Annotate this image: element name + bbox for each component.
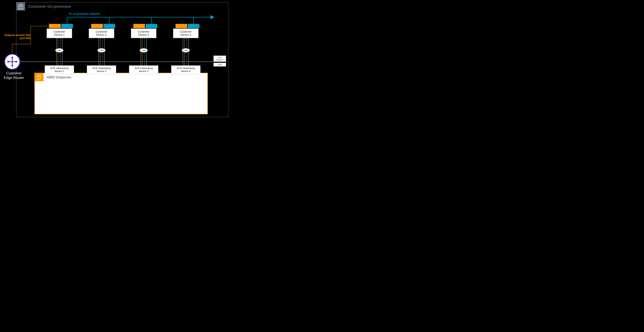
lag-badge-3: LAG (140, 48, 148, 53)
port-orange-1 (49, 24, 61, 28)
ace2-l2: device 2 (87, 70, 116, 73)
aws-text: AWS (218, 63, 222, 66)
ace2-l1: ACE networking (87, 67, 116, 70)
port-orange-2 (91, 24, 103, 28)
customer-device-2: Customer Device 2 (89, 28, 114, 38)
cd2-l2: Device 2 (89, 33, 114, 36)
port-orange-4 (176, 24, 187, 28)
router-label: Customer Edge Router (0, 71, 28, 80)
svg-line-29 (36, 79, 39, 80)
port-blue-4 (188, 24, 200, 28)
ace4-l1: ACE networking (171, 67, 200, 70)
outposts-title: AWS Outposts (46, 75, 72, 79)
port-orange-3 (133, 24, 145, 28)
service-link-line1: Outpost service link (4, 34, 30, 37)
port-blue-3 (146, 24, 157, 28)
aws-label: AWS (214, 63, 226, 66)
lag-badge-1: LAG (55, 48, 64, 53)
cd4-l2: Device 4 (173, 33, 198, 36)
customer-device-3: Customer Device 3 (131, 28, 156, 38)
ace1-l2: device 1 (45, 70, 74, 73)
port-blue-1 (61, 24, 73, 28)
svg-rect-0 (19, 5, 23, 9)
ace-device-2: ACE networking device 2 (87, 65, 116, 74)
cd3-l1: Customer (131, 30, 156, 33)
cd1-l1: Customer (47, 30, 72, 33)
lag-badge-2: LAG (97, 48, 106, 53)
router-icon (4, 54, 20, 70)
lag-badge-4: LAG (182, 48, 190, 53)
outposts-container: AWS Outposts (34, 73, 208, 114)
outposts-header: AWS Outposts (35, 73, 207, 81)
onprem-header: Customer On-premises (16, 2, 71, 10)
cd1-l2: Device 1 (47, 33, 72, 36)
customer-device-4: Customer Device 4 (173, 28, 199, 38)
ace-device-3: ACE networking device 3 (129, 65, 158, 74)
customer-device-1: Customer Device 1 (46, 28, 72, 38)
ace3-l2: device 3 (129, 70, 158, 73)
router-label-l1: Customer (6, 71, 22, 75)
svg-rect-28 (38, 75, 40, 79)
cd2-l1: Customer (89, 30, 114, 33)
ace1-l1: ACE networking (45, 67, 74, 70)
your-network-text: Your Network (216, 56, 223, 61)
cd3-l2: Device 3 (131, 33, 156, 36)
onprem-network-label: To on-premises network (69, 12, 100, 15)
onprem-title: Customer On-premises (28, 4, 71, 9)
cd4-l1: Customer (173, 30, 198, 33)
outposts-icon (35, 73, 44, 81)
svg-rect-1 (18, 9, 23, 9)
ace-device-4: ACE networking device 4 (171, 65, 200, 74)
ace-device-1: ACE networking device 1 (45, 65, 74, 74)
port-blue-2 (104, 24, 115, 28)
router-label-l2: Edge Router (4, 76, 24, 80)
ace4-l2: device 4 (171, 70, 200, 73)
ace3-l1: ACE networking (129, 67, 158, 70)
your-network-label: Your Network (214, 55, 226, 61)
service-link-line2: port 443 (20, 37, 30, 40)
service-link-label: Outpost service link port 443 (0, 34, 30, 40)
building-icon (16, 2, 25, 10)
